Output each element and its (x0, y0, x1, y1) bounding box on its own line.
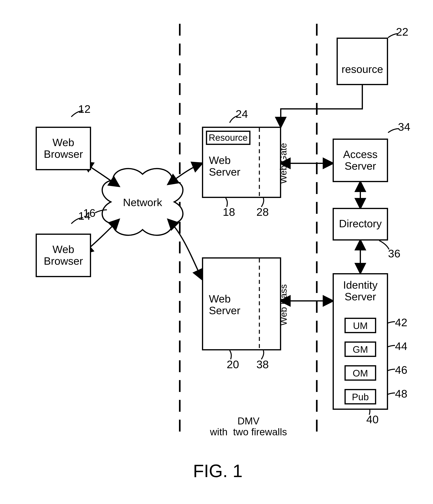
web-browser-1-label: Web Browser (42, 137, 85, 160)
dmz-caption: DMV with two firewalls (202, 416, 295, 438)
leader-34 (388, 129, 399, 133)
om-label: OM (344, 368, 376, 379)
web-gate-label: Web Gate (278, 143, 289, 184)
diagram-stage: Web Browser 12 Web Browser 14 Network 16… (0, 0, 433, 504)
ref-20: 20 (227, 358, 239, 370)
ref-18: 18 (223, 206, 235, 218)
arrow-network-webserver1 (168, 163, 202, 184)
firewall-lines (180, 24, 317, 433)
ref-48: 48 (395, 387, 407, 400)
web-pass-label: Web Pass (279, 284, 289, 326)
pub-label: Pub (344, 392, 376, 403)
ref-46: 46 (395, 364, 407, 376)
resource-outer (337, 38, 388, 85)
ref-28: 28 (256, 206, 269, 218)
ref-22: 22 (396, 26, 408, 38)
ref-36: 36 (388, 247, 400, 260)
ref-12: 12 (78, 103, 90, 115)
leader-16 (95, 210, 107, 213)
ref-16: 16 (83, 207, 95, 219)
directory-label: Directory (337, 218, 384, 229)
resource-outer-label: resource (341, 63, 384, 75)
gm-label: GM (344, 344, 376, 355)
um-label: UM (344, 321, 376, 331)
network-label: Network (123, 197, 162, 208)
ref-24: 24 (236, 108, 248, 120)
figure-label: FIG. 1 (178, 461, 257, 481)
web-browser-2-label: Web Browser (42, 243, 85, 267)
leader-36 (379, 241, 389, 249)
ref-34: 34 (398, 121, 410, 133)
access-server-label: Access Server (338, 148, 383, 172)
resource-inner-label: Resource (208, 133, 248, 143)
web-server-2-label: Web Server (209, 293, 248, 316)
arrow-network-webserver2 (168, 220, 202, 279)
ref-42: 42 (395, 316, 407, 329)
web-server-1-label: Web Server (209, 154, 248, 178)
identity-server-label: Identity Server (338, 279, 383, 303)
arrow-resource-webserver1 (281, 85, 362, 127)
ref-40: 40 (366, 413, 379, 426)
ref-38: 38 (256, 358, 269, 370)
ref-44: 44 (395, 340, 407, 352)
